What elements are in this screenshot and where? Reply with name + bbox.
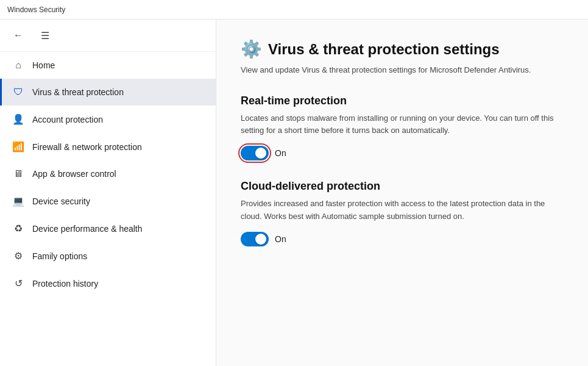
nav-label-virus: Virus & threat protection xyxy=(32,87,124,97)
section-desc-cloud: Provides increased and faster protection… xyxy=(241,198,564,223)
page-header: ⚙️ Virus & threat protection settings xyxy=(241,39,564,59)
nav-label-app: App & browser control xyxy=(32,169,116,179)
toggle-row-realtime: On xyxy=(241,146,564,160)
page-title: Virus & threat protection settings xyxy=(268,41,500,58)
nav-label-account: Account protection xyxy=(32,115,103,124)
sidebar-item-history[interactable]: ↺ Protection history xyxy=(0,270,216,297)
sidebar-item-device-health[interactable]: ♻ Device performance & health xyxy=(0,215,216,242)
main-layout: ← ☰ ⌂ Home 🛡 Virus & threat protection 👤… xyxy=(0,20,588,366)
toggle-realtime[interactable] xyxy=(241,146,269,160)
sections-container: Real-time protection Locates and stops m… xyxy=(241,95,564,246)
nav-icon-history: ↺ xyxy=(12,278,25,289)
toggle-label-cloud: On xyxy=(275,234,286,244)
nav-icon-firewall: 📶 xyxy=(12,141,25,152)
back-icon: ← xyxy=(13,30,23,41)
sidebar-item-app[interactable]: 🖥 App & browser control xyxy=(0,160,216,187)
toggle-row-cloud: On xyxy=(241,232,564,246)
nav-icon-device-security: 💻 xyxy=(12,195,25,207)
toggle-track-cloud xyxy=(241,232,269,246)
toggle-thumb-realtime xyxy=(255,148,266,159)
sidebar-item-virus[interactable]: 🛡 Virus & threat protection xyxy=(0,79,216,106)
section-cloud: Cloud-delivered protection Provides incr… xyxy=(241,180,564,246)
nav-label-history: Protection history xyxy=(32,279,98,289)
nav-icon-virus: 🛡 xyxy=(12,87,25,98)
nav-label-family: Family options xyxy=(32,251,87,261)
section-realtime: Real-time protection Locates and stops m… xyxy=(241,95,564,161)
section-title-cloud: Cloud-delivered protection xyxy=(241,180,564,193)
menu-button[interactable]: ☰ xyxy=(35,26,55,45)
nav-icon-device-health: ♻ xyxy=(12,223,25,234)
back-button[interactable]: ← xyxy=(9,26,28,45)
nav-label-firewall: Firewall & network protection xyxy=(32,142,142,152)
nav-icon-account: 👤 xyxy=(12,113,25,125)
sidebar: ← ☰ ⌂ Home 🛡 Virus & threat protection 👤… xyxy=(0,20,216,366)
title-bar: Windows Security xyxy=(0,0,588,20)
sidebar-item-device-security[interactable]: 💻 Device security xyxy=(0,187,216,215)
nav-label-device-security: Device security xyxy=(32,196,90,206)
toggle-label-realtime: On xyxy=(275,148,286,158)
sidebar-top: ← ☰ xyxy=(0,20,216,52)
page-description: View and update Virus & threat protectio… xyxy=(241,64,564,76)
toggle-track-realtime xyxy=(241,146,269,160)
page-header-icon: ⚙️ xyxy=(241,39,262,59)
toggle-thumb-cloud xyxy=(255,234,266,245)
menu-icon: ☰ xyxy=(41,30,49,41)
nav-list: ⌂ Home 🛡 Virus & threat protection 👤 Acc… xyxy=(0,52,216,297)
nav-icon-app: 🖥 xyxy=(12,168,25,179)
sidebar-item-home[interactable]: ⌂ Home xyxy=(0,52,216,79)
section-title-realtime: Real-time protection xyxy=(241,95,564,107)
nav-label-device-health: Device performance & health xyxy=(32,224,143,234)
toggle-cloud[interactable] xyxy=(241,232,269,246)
sidebar-item-firewall[interactable]: 📶 Firewall & network protection xyxy=(0,133,216,160)
nav-icon-family: ⚙ xyxy=(12,250,25,262)
nav-label-home: Home xyxy=(32,60,55,70)
app-title: Windows Security xyxy=(7,5,65,14)
section-desc-realtime: Locates and stops malware from installin… xyxy=(241,112,564,138)
sidebar-item-family[interactable]: ⚙ Family options xyxy=(0,242,216,270)
sidebar-item-account[interactable]: 👤 Account protection xyxy=(0,106,216,133)
nav-icon-home: ⌂ xyxy=(12,60,25,71)
content-area: ⚙️ Virus & threat protection settings Vi… xyxy=(216,20,588,366)
